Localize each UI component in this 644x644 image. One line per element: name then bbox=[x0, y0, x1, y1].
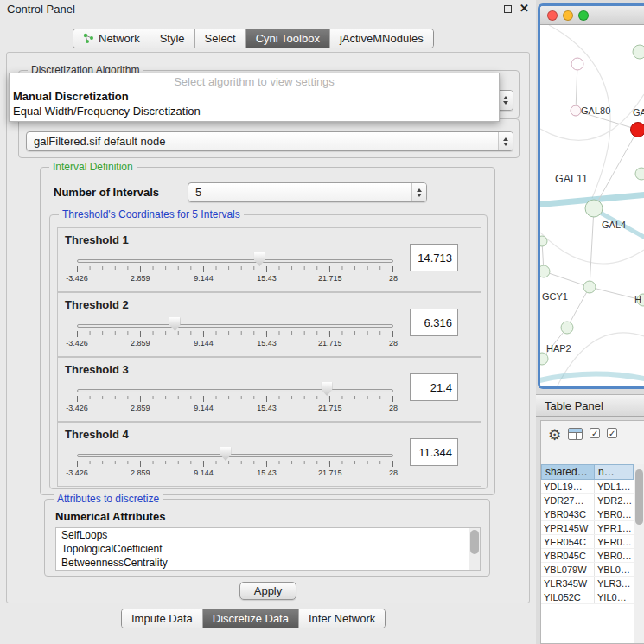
table-row[interactable]: YPR145WYPR1… bbox=[541, 521, 634, 535]
network-window-titlebar[interactable] bbox=[540, 6, 644, 25]
threshold-1-value[interactable]: 14.713 bbox=[410, 244, 458, 271]
node-label: GAL4 bbox=[602, 220, 626, 230]
threshold-4-value[interactable]: 11.344 bbox=[410, 438, 458, 466]
bottom-tabstrip: Impute Data Discretize Data Infer Networ… bbox=[121, 609, 386, 628]
column-header-shared-name[interactable]: shared… bbox=[541, 464, 595, 480]
list-item[interactable]: TopologicalCoefficient bbox=[56, 542, 480, 556]
column-chooser-icon[interactable] bbox=[568, 428, 583, 440]
threshold-2-panel: Threshold 2 -3.426 2.859 9.144 15.43 21.… bbox=[57, 292, 481, 357]
network-node[interactable] bbox=[585, 200, 603, 217]
slider-track[interactable] bbox=[77, 259, 393, 263]
network-node[interactable] bbox=[583, 281, 596, 293]
group-title: Interval Definition bbox=[49, 161, 137, 174]
tab-infer-network[interactable]: Infer Network bbox=[299, 609, 385, 628]
table-header-row: shared… n… bbox=[541, 464, 634, 480]
slider-tick-labels: -3.426 2.859 9.144 15.43 21.715 28 bbox=[77, 339, 393, 348]
tab-label: Discretize Data bbox=[213, 612, 289, 625]
slider-ticks bbox=[77, 461, 393, 467]
tab-style[interactable]: Style bbox=[150, 29, 195, 48]
select-check-icon[interactable]: ✓ bbox=[607, 428, 617, 438]
slider-thumb[interactable] bbox=[169, 317, 181, 331]
network-node[interactable] bbox=[571, 105, 581, 116]
threshold-3-value[interactable]: 21.4 bbox=[410, 373, 458, 401]
slider-tick-labels: -3.426 2.859 9.144 15.43 21.715 28 bbox=[77, 274, 393, 284]
network-node[interactable] bbox=[540, 236, 547, 246]
table-data-combobox[interactable]: galFiltered.sif default node bbox=[26, 131, 513, 151]
num-intervals-combobox[interactable]: 5 bbox=[188, 182, 427, 202]
network-icon bbox=[83, 33, 94, 44]
table-row[interactable]: YLR345WYLR3… bbox=[541, 577, 634, 590]
thresholds-group: Threshold's Coordinates for 5 Intervals … bbox=[49, 214, 488, 489]
network-node[interactable] bbox=[571, 58, 583, 70]
tab-discretize-data[interactable]: Discretize Data bbox=[203, 609, 299, 628]
threshold-3-slider[interactable]: -3.426 2.859 9.144 15.43 21.715 28 bbox=[77, 382, 393, 415]
float-window-icon[interactable] bbox=[504, 5, 512, 13]
table-row[interactable]: YBL079WYBL0… bbox=[541, 563, 634, 577]
slider-track[interactable] bbox=[77, 324, 393, 328]
tab-select[interactable]: Select bbox=[195, 29, 246, 48]
network-node[interactable] bbox=[540, 265, 550, 277]
threshold-label: Threshold 1 bbox=[65, 233, 129, 246]
table-panel: ⚙ ✓ ✓ shared… n… YDL19…YDL1… YDR27…YDR2…… bbox=[540, 420, 644, 644]
slider-thumb[interactable] bbox=[220, 447, 232, 461]
list-item[interactable]: SelfLoops bbox=[56, 528, 480, 542]
threshold-4-slider[interactable]: -3.426 2.859 9.144 15.43 21.715 28 bbox=[77, 447, 393, 480]
control-panel: Control Panel ✕ Network Style Select Cyn… bbox=[0, 0, 536, 644]
close-icon[interactable]: ✕ bbox=[520, 4, 529, 13]
gear-icon[interactable]: ⚙ bbox=[548, 428, 561, 443]
table-row[interactable]: YDL19…YDL1… bbox=[541, 480, 634, 494]
close-traffic-light[interactable] bbox=[547, 10, 558, 21]
dropdown-placeholder: Select algorithm to view settings bbox=[10, 73, 499, 89]
slider-track[interactable] bbox=[77, 389, 393, 392]
scrollbar-thumb[interactable] bbox=[635, 469, 643, 525]
node-label: GCY1 bbox=[542, 291, 568, 302]
control-panel-titlebar: Control Panel ✕ bbox=[0, 0, 536, 17]
slider-ticks bbox=[77, 396, 393, 402]
table-row[interactable]: YER054CYER0… bbox=[541, 535, 634, 549]
threshold-label: Threshold 3 bbox=[65, 363, 129, 376]
network-node[interactable] bbox=[540, 353, 548, 365]
threshold-4-panel: Threshold 4 -3.426 2.859 9.144 15.43 21.… bbox=[57, 422, 481, 487]
zoom-traffic-light[interactable] bbox=[578, 10, 589, 21]
list-scrollbar[interactable] bbox=[469, 528, 480, 570]
table-row[interactable]: YBR045CYBR0… bbox=[541, 549, 634, 563]
threshold-1-slider[interactable]: -3.426 2.859 9.144 15.43 21.715 28 bbox=[77, 252, 393, 285]
network-window[interactable]: GAL80 GA GAL11 GAL4 GCY1 H HAP2 bbox=[538, 3, 644, 389]
apply-button[interactable]: Apply bbox=[239, 582, 296, 600]
group-title: Attributes to discretize bbox=[54, 493, 163, 506]
scrollbar-thumb[interactable] bbox=[470, 530, 479, 554]
network-node[interactable] bbox=[633, 45, 644, 59]
selected-network-node-red[interactable] bbox=[631, 123, 644, 137]
dropdown-option-equal-width-frequency[interactable]: Equal Width/Frequency Discretization bbox=[10, 104, 499, 118]
slider-thumb[interactable] bbox=[322, 382, 333, 396]
table-scrollbar[interactable] bbox=[634, 464, 644, 643]
tab-network[interactable]: Network bbox=[73, 29, 150, 48]
table-row[interactable]: YBR043CYBR0… bbox=[541, 507, 634, 521]
slider-tick-labels: -3.426 2.859 9.144 15.43 21.715 28 bbox=[77, 469, 393, 478]
num-intervals-label: Number of Intervals bbox=[54, 186, 159, 199]
network-canvas[interactable]: GAL80 GA GAL11 GAL4 GCY1 H HAP2 bbox=[540, 25, 644, 386]
tab-jactivemnodules[interactable]: jActiveMNodules bbox=[330, 29, 433, 48]
combo-stepper bbox=[498, 91, 513, 110]
minimize-traffic-light[interactable] bbox=[563, 10, 573, 21]
dropdown-option-manual-discretization[interactable]: Manual Discretization bbox=[10, 89, 499, 104]
slider-thumb[interactable] bbox=[254, 252, 265, 266]
list-item[interactable]: BetweennessCentrality bbox=[56, 556, 480, 570]
tab-label: Impute Data bbox=[131, 612, 193, 625]
tab-cyni-toolbox[interactable]: Cyni Toolbox bbox=[246, 29, 330, 48]
select-all-check-icon[interactable]: ✓ bbox=[590, 428, 600, 438]
network-node[interactable] bbox=[635, 168, 644, 180]
tab-impute-data[interactable]: Impute Data bbox=[122, 609, 203, 628]
threshold-2-value[interactable]: 6.316 bbox=[410, 309, 458, 336]
table-row[interactable]: YIL052CYIL0… bbox=[541, 590, 634, 604]
slider-track[interactable] bbox=[77, 454, 393, 457]
network-node[interactable] bbox=[561, 322, 573, 334]
table-row[interactable]: YDR27…YDR2… bbox=[541, 494, 634, 507]
top-tabstrip: Network Style Select Cyni Toolbox jActiv… bbox=[73, 29, 434, 48]
node-label: H bbox=[634, 294, 641, 304]
numerical-attributes-list[interactable]: SelfLoops TopologicalCoefficient Between… bbox=[55, 527, 481, 571]
threshold-2-slider[interactable]: -3.426 2.859 9.144 15.43 21.715 28 bbox=[77, 317, 393, 350]
table-toolbar: ⚙ ✓ ✓ bbox=[541, 421, 644, 464]
column-header-name[interactable]: n… bbox=[595, 464, 634, 480]
combo-stepper bbox=[411, 183, 426, 201]
